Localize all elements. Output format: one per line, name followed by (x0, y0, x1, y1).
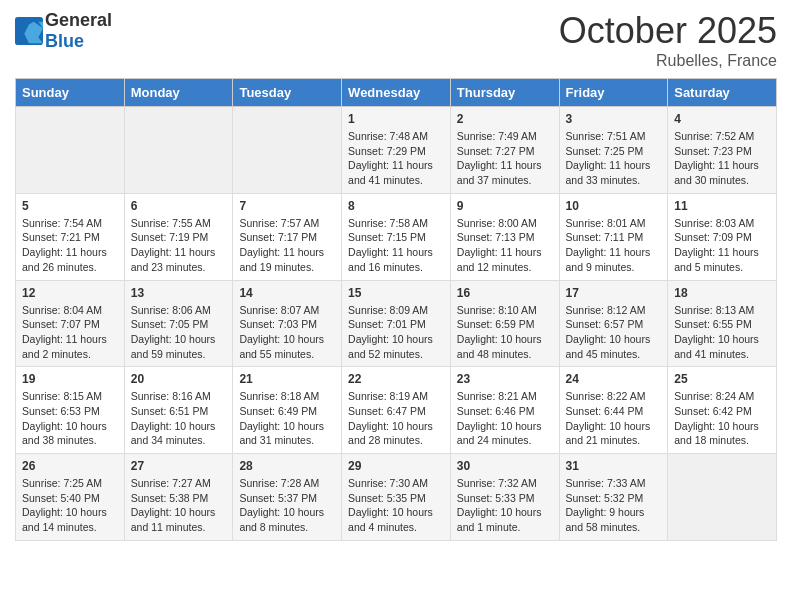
day-info: Sunrise: 7:52 AM Sunset: 7:23 PM Dayligh… (674, 129, 770, 188)
calendar-cell: 27Sunrise: 7:27 AM Sunset: 5:38 PM Dayli… (124, 454, 233, 541)
calendar-cell: 3Sunrise: 7:51 AM Sunset: 7:25 PM Daylig… (559, 107, 668, 194)
day-info: Sunrise: 7:49 AM Sunset: 7:27 PM Dayligh… (457, 129, 553, 188)
calendar-cell: 8Sunrise: 7:58 AM Sunset: 7:15 PM Daylig… (342, 193, 451, 280)
day-info: Sunrise: 7:57 AM Sunset: 7:17 PM Dayligh… (239, 216, 335, 275)
day-info: Sunrise: 8:09 AM Sunset: 7:01 PM Dayligh… (348, 303, 444, 362)
day-number: 1 (348, 112, 444, 126)
calendar-cell: 30Sunrise: 7:32 AM Sunset: 5:33 PM Dayli… (450, 454, 559, 541)
day-number: 21 (239, 372, 335, 386)
calendar-week-row: 12Sunrise: 8:04 AM Sunset: 7:07 PM Dayli… (16, 280, 777, 367)
day-info: Sunrise: 7:54 AM Sunset: 7:21 PM Dayligh… (22, 216, 118, 275)
calendar-cell: 7Sunrise: 7:57 AM Sunset: 7:17 PM Daylig… (233, 193, 342, 280)
calendar-cell: 14Sunrise: 8:07 AM Sunset: 7:03 PM Dayli… (233, 280, 342, 367)
calendar-cell: 29Sunrise: 7:30 AM Sunset: 5:35 PM Dayli… (342, 454, 451, 541)
calendar-cell: 16Sunrise: 8:10 AM Sunset: 6:59 PM Dayli… (450, 280, 559, 367)
day-number: 6 (131, 199, 227, 213)
logo: General Blue (15, 10, 112, 52)
day-number: 14 (239, 286, 335, 300)
calendar-cell: 20Sunrise: 8:16 AM Sunset: 6:51 PM Dayli… (124, 367, 233, 454)
calendar-cell: 24Sunrise: 8:22 AM Sunset: 6:44 PM Dayli… (559, 367, 668, 454)
day-number: 27 (131, 459, 227, 473)
col-header-thursday: Thursday (450, 79, 559, 107)
calendar-cell: 22Sunrise: 8:19 AM Sunset: 6:47 PM Dayli… (342, 367, 451, 454)
day-info: Sunrise: 8:21 AM Sunset: 6:46 PM Dayligh… (457, 389, 553, 448)
calendar-cell (124, 107, 233, 194)
logo-general-text: General (45, 10, 112, 30)
day-number: 8 (348, 199, 444, 213)
day-info: Sunrise: 7:25 AM Sunset: 5:40 PM Dayligh… (22, 476, 118, 535)
day-number: 30 (457, 459, 553, 473)
day-number: 22 (348, 372, 444, 386)
calendar-week-row: 5Sunrise: 7:54 AM Sunset: 7:21 PM Daylig… (16, 193, 777, 280)
calendar-cell: 26Sunrise: 7:25 AM Sunset: 5:40 PM Dayli… (16, 454, 125, 541)
day-number: 29 (348, 459, 444, 473)
calendar-cell: 5Sunrise: 7:54 AM Sunset: 7:21 PM Daylig… (16, 193, 125, 280)
day-info: Sunrise: 8:12 AM Sunset: 6:57 PM Dayligh… (566, 303, 662, 362)
title-block: October 2025 Rubelles, France (559, 10, 777, 70)
day-info: Sunrise: 8:01 AM Sunset: 7:11 PM Dayligh… (566, 216, 662, 275)
day-number: 26 (22, 459, 118, 473)
day-info: Sunrise: 8:07 AM Sunset: 7:03 PM Dayligh… (239, 303, 335, 362)
logo-icon (15, 17, 43, 45)
day-info: Sunrise: 7:28 AM Sunset: 5:37 PM Dayligh… (239, 476, 335, 535)
day-number: 24 (566, 372, 662, 386)
calendar-cell (233, 107, 342, 194)
day-number: 19 (22, 372, 118, 386)
calendar-cell: 4Sunrise: 7:52 AM Sunset: 7:23 PM Daylig… (668, 107, 777, 194)
day-number: 31 (566, 459, 662, 473)
day-number: 11 (674, 199, 770, 213)
calendar-cell: 17Sunrise: 8:12 AM Sunset: 6:57 PM Dayli… (559, 280, 668, 367)
calendar-cell: 12Sunrise: 8:04 AM Sunset: 7:07 PM Dayli… (16, 280, 125, 367)
calendar-week-row: 1Sunrise: 7:48 AM Sunset: 7:29 PM Daylig… (16, 107, 777, 194)
calendar-cell: 25Sunrise: 8:24 AM Sunset: 6:42 PM Dayli… (668, 367, 777, 454)
day-info: Sunrise: 8:03 AM Sunset: 7:09 PM Dayligh… (674, 216, 770, 275)
calendar-cell: 6Sunrise: 7:55 AM Sunset: 7:19 PM Daylig… (124, 193, 233, 280)
day-number: 3 (566, 112, 662, 126)
day-number: 9 (457, 199, 553, 213)
calendar-cell: 13Sunrise: 8:06 AM Sunset: 7:05 PM Dayli… (124, 280, 233, 367)
day-info: Sunrise: 8:22 AM Sunset: 6:44 PM Dayligh… (566, 389, 662, 448)
day-info: Sunrise: 8:16 AM Sunset: 6:51 PM Dayligh… (131, 389, 227, 448)
calendar-cell: 15Sunrise: 8:09 AM Sunset: 7:01 PM Dayli… (342, 280, 451, 367)
calendar-week-row: 26Sunrise: 7:25 AM Sunset: 5:40 PM Dayli… (16, 454, 777, 541)
col-header-tuesday: Tuesday (233, 79, 342, 107)
day-number: 25 (674, 372, 770, 386)
day-info: Sunrise: 8:00 AM Sunset: 7:13 PM Dayligh… (457, 216, 553, 275)
day-number: 5 (22, 199, 118, 213)
day-number: 10 (566, 199, 662, 213)
day-number: 18 (674, 286, 770, 300)
day-info: Sunrise: 8:24 AM Sunset: 6:42 PM Dayligh… (674, 389, 770, 448)
calendar-cell (16, 107, 125, 194)
calendar-cell: 2Sunrise: 7:49 AM Sunset: 7:27 PM Daylig… (450, 107, 559, 194)
day-info: Sunrise: 7:51 AM Sunset: 7:25 PM Dayligh… (566, 129, 662, 188)
day-number: 12 (22, 286, 118, 300)
day-info: Sunrise: 8:15 AM Sunset: 6:53 PM Dayligh… (22, 389, 118, 448)
col-header-wednesday: Wednesday (342, 79, 451, 107)
calendar-week-row: 19Sunrise: 8:15 AM Sunset: 6:53 PM Dayli… (16, 367, 777, 454)
calendar-cell: 9Sunrise: 8:00 AM Sunset: 7:13 PM Daylig… (450, 193, 559, 280)
day-info: Sunrise: 8:13 AM Sunset: 6:55 PM Dayligh… (674, 303, 770, 362)
calendar-cell: 1Sunrise: 7:48 AM Sunset: 7:29 PM Daylig… (342, 107, 451, 194)
day-info: Sunrise: 8:19 AM Sunset: 6:47 PM Dayligh… (348, 389, 444, 448)
calendar-cell: 28Sunrise: 7:28 AM Sunset: 5:37 PM Dayli… (233, 454, 342, 541)
col-header-sunday: Sunday (16, 79, 125, 107)
calendar-cell: 23Sunrise: 8:21 AM Sunset: 6:46 PM Dayli… (450, 367, 559, 454)
location-subtitle: Rubelles, France (559, 52, 777, 70)
day-info: Sunrise: 7:33 AM Sunset: 5:32 PM Dayligh… (566, 476, 662, 535)
col-header-monday: Monday (124, 79, 233, 107)
col-header-saturday: Saturday (668, 79, 777, 107)
calendar-cell: 31Sunrise: 7:33 AM Sunset: 5:32 PM Dayli… (559, 454, 668, 541)
day-number: 15 (348, 286, 444, 300)
day-number: 28 (239, 459, 335, 473)
calendar-cell: 19Sunrise: 8:15 AM Sunset: 6:53 PM Dayli… (16, 367, 125, 454)
day-info: Sunrise: 8:06 AM Sunset: 7:05 PM Dayligh… (131, 303, 227, 362)
calendar-table: SundayMondayTuesdayWednesdayThursdayFrid… (15, 78, 777, 541)
day-info: Sunrise: 7:55 AM Sunset: 7:19 PM Dayligh… (131, 216, 227, 275)
day-info: Sunrise: 8:04 AM Sunset: 7:07 PM Dayligh… (22, 303, 118, 362)
calendar-cell: 18Sunrise: 8:13 AM Sunset: 6:55 PM Dayli… (668, 280, 777, 367)
page-header: General Blue October 2025 Rubelles, Fran… (15, 10, 777, 70)
day-info: Sunrise: 7:58 AM Sunset: 7:15 PM Dayligh… (348, 216, 444, 275)
month-title: October 2025 (559, 10, 777, 52)
day-info: Sunrise: 8:10 AM Sunset: 6:59 PM Dayligh… (457, 303, 553, 362)
calendar-cell (668, 454, 777, 541)
